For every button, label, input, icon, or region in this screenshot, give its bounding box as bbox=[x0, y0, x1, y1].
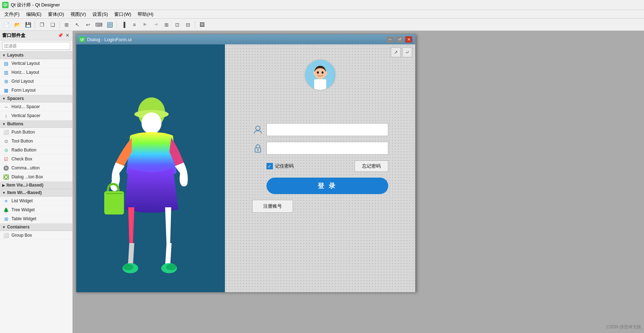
category-layouts[interactable]: ▼ Layouts bbox=[0, 52, 72, 59]
toolbar-layout-vb-btn[interactable]: ⊣ bbox=[151, 20, 161, 29]
toolbar-layout-hb-btn[interactable]: ⊫ bbox=[140, 20, 150, 29]
menu-settings[interactable]: 设置(S) bbox=[90, 10, 111, 18]
category-item-views[interactable]: ▶ Item Vie...l-Based) bbox=[0, 182, 72, 189]
sidebar-pin-icon[interactable]: 📌 bbox=[57, 33, 63, 38]
toolbar-layout-grid-btn[interactable]: ⊞ bbox=[162, 20, 172, 29]
toolbar: 📄 📂 💾 ❐ ❑ ⊞ ↖ ↩ ⌨ 🔢 ▐ ≡ ⊫ ⊣ ⊞ ⊡ ⊟ 🖼 bbox=[0, 19, 644, 31]
toolbar-sep-3 bbox=[116, 21, 117, 29]
menu-file[interactable]: 文件(F) bbox=[1, 10, 23, 18]
tree-widget-icon: 🌲 bbox=[3, 207, 9, 213]
spacers-arrow-icon: ▼ bbox=[2, 97, 6, 101]
panel-expand-btn[interactable]: ↗ bbox=[391, 47, 401, 57]
password-input[interactable] bbox=[266, 142, 388, 155]
sidebar-item-group-box[interactable]: ⬜ Group Box bbox=[0, 231, 72, 240]
designer-logo-icon: Qt bbox=[79, 37, 85, 42]
category-buttons[interactable]: ▼ Buttons bbox=[0, 120, 72, 128]
grid-layout-label: Grid Layout bbox=[11, 79, 34, 84]
right-panel: ↗ ⤶ bbox=[225, 44, 415, 292]
register-row: 注册账号 bbox=[252, 200, 388, 213]
command-button-label: Comma...utton bbox=[11, 165, 40, 170]
table-widget-label: Table Widget bbox=[11, 216, 36, 221]
command-button-icon: 🔘 bbox=[3, 165, 9, 171]
category-containers[interactable]: ▼ Containers bbox=[0, 223, 72, 231]
push-button-icon: ⬜ bbox=[3, 129, 9, 135]
sidebar-item-radio-button[interactable]: ⊙ Radio Button bbox=[0, 146, 72, 155]
sidebar-item-form-layout[interactable]: ▦ Form Layout bbox=[0, 86, 72, 95]
panel-restore-btn[interactable]: ⤶ bbox=[402, 47, 412, 57]
toolbar-tab-btn[interactable]: ↩ bbox=[83, 20, 93, 29]
menu-view[interactable]: 视图(V) bbox=[68, 10, 89, 18]
menu-form[interactable]: 窗体(O) bbox=[45, 10, 67, 18]
forgot-password-btn[interactable]: 忘记密码 bbox=[355, 160, 388, 172]
menu-help[interactable]: 帮助(H) bbox=[135, 10, 156, 18]
remember-checkbox[interactable]: ✓ bbox=[266, 163, 273, 169]
main-area: 窗口部件盒 📌 ✕ ▼ Layouts ▤ Vertical Layout ▥ … bbox=[0, 31, 644, 333]
grid-layout-icon: ⊞ bbox=[3, 78, 9, 85]
category-item-widgets[interactable]: ▼ Item Wi...-Based) bbox=[0, 189, 72, 197]
menu-window[interactable]: 窗口(W) bbox=[111, 10, 134, 18]
options-row: ✓ 记住密码 忘记密码 bbox=[266, 160, 388, 172]
sidebar-item-command-button[interactable]: 🔘 Comma...utton bbox=[0, 164, 72, 173]
login-btn[interactable]: 登 录 bbox=[266, 178, 388, 194]
avatar-container bbox=[304, 59, 336, 91]
toolbar-preview-btn[interactable]: 🖼 bbox=[197, 20, 207, 29]
form-area: ✓ 记住密码 忘记密码 登 录 注册账号 bbox=[252, 123, 388, 213]
sidebar-close-icon[interactable]: ✕ bbox=[64, 33, 70, 38]
sidebar-item-table-widget[interactable]: ⊞ Table Widget bbox=[0, 214, 72, 223]
group-box-icon: ⬜ bbox=[3, 232, 9, 238]
toolbar-widget-btn[interactable]: ⊞ bbox=[62, 20, 72, 29]
panel-top-icons: ↗ ⤶ bbox=[391, 47, 412, 57]
designer-restore-btn[interactable]: ⏎ bbox=[396, 36, 403, 43]
category-item-widgets-label: Item Wi...-Based) bbox=[7, 190, 42, 195]
sidebar-item-list-widget[interactable]: ≡ List Widget bbox=[0, 197, 72, 206]
svg-rect-13 bbox=[314, 79, 326, 90]
toolbar-open-btn[interactable]: 📂 bbox=[12, 20, 22, 29]
sidebar-item-horizontal-layout[interactable]: ▥ Horiz... Layout bbox=[0, 68, 72, 77]
sidebar-item-push-button[interactable]: ⬜ Push Button bbox=[0, 128, 72, 137]
filter-input[interactable] bbox=[2, 42, 70, 50]
designer-close-btn[interactable]: ✕ bbox=[405, 36, 412, 43]
toolbar-copy-btn[interactable]: ❐ bbox=[37, 20, 47, 29]
category-spacers[interactable]: ▼ Spacers bbox=[0, 95, 72, 102]
toolbar-sep-4 bbox=[195, 21, 195, 29]
svg-point-15 bbox=[317, 71, 319, 74]
sidebar: 窗口部件盒 📌 ✕ ▼ Layouts ▤ Vertical Layout ▥ … bbox=[0, 31, 73, 333]
sidebar-item-grid-layout[interactable]: ⊞ Grid Layout bbox=[0, 77, 72, 86]
sidebar-item-horiz-spacer[interactable]: ↔ Horiz... Spacer bbox=[0, 102, 72, 111]
remember-label: 记住密码 bbox=[275, 163, 294, 169]
menu-edit[interactable]: 编辑(E) bbox=[23, 10, 44, 18]
sidebar-item-vert-spacer[interactable]: ↕ Vertical Spacer bbox=[0, 111, 72, 120]
designer-window-title: Dialog - LoginForm.ui bbox=[87, 37, 384, 42]
username-input[interactable] bbox=[266, 123, 388, 136]
remember-checkbox-row: ✓ 记住密码 bbox=[266, 163, 294, 169]
toolbar-save-btn[interactable]: 💾 bbox=[23, 20, 33, 29]
vert-spacer-icon: ↕ bbox=[3, 112, 9, 119]
designer-minimize-btn[interactable]: ─ bbox=[386, 36, 394, 43]
horizontal-layout-label: Horiz... Layout bbox=[11, 70, 39, 75]
toolbar-layout-break-btn[interactable]: ⊟ bbox=[183, 20, 193, 29]
check-box-icon: ☑ bbox=[3, 156, 9, 162]
toolbar-new-btn[interactable]: 📄 bbox=[1, 20, 11, 29]
tool-button-icon: ⊙ bbox=[3, 138, 9, 144]
toolbar-layout-h-btn[interactable]: ≡ bbox=[129, 20, 139, 29]
toolbar-sep-1 bbox=[35, 21, 35, 29]
sidebar-item-tool-button[interactable]: ⊙ Tool Button bbox=[0, 137, 72, 146]
radio-button-label: Radio Button bbox=[11, 148, 36, 153]
register-btn[interactable]: 注册账号 bbox=[252, 200, 293, 213]
toolbar-keyboard-btn[interactable]: ⌨ bbox=[94, 20, 104, 29]
sidebar-item-dialog-button[interactable]: ❎ Dialog ...ton Box bbox=[0, 173, 72, 182]
toolbar-layout-form-btn[interactable]: ⊡ bbox=[172, 20, 182, 29]
designer-titlebar: Qt Dialog - LoginForm.ui ─ ⏎ ✕ bbox=[76, 34, 415, 44]
svg-point-19 bbox=[256, 126, 260, 130]
toolbar-layout-v-btn[interactable]: ▐ bbox=[119, 20, 129, 29]
sidebar-header: 窗口部件盒 📌 ✕ bbox=[0, 31, 72, 40]
sidebar-item-check-box[interactable]: ☑ Check Box bbox=[0, 155, 72, 164]
toolbar-arrow-btn[interactable]: ↖ bbox=[72, 20, 82, 29]
sidebar-item-vertical-layout[interactable]: ▤ Vertical Layout bbox=[0, 59, 72, 68]
group-box-label: Group Box bbox=[11, 233, 32, 238]
toolbar-num-btn[interactable]: 🔢 bbox=[105, 20, 115, 29]
login-row: 登 录 bbox=[252, 178, 388, 194]
csdn-watermark: CSDN @思绎无限 bbox=[606, 324, 641, 330]
toolbar-paste-btn[interactable]: ❑ bbox=[48, 20, 58, 29]
sidebar-item-tree-widget[interactable]: 🌲 Tree Widget bbox=[0, 206, 72, 214]
